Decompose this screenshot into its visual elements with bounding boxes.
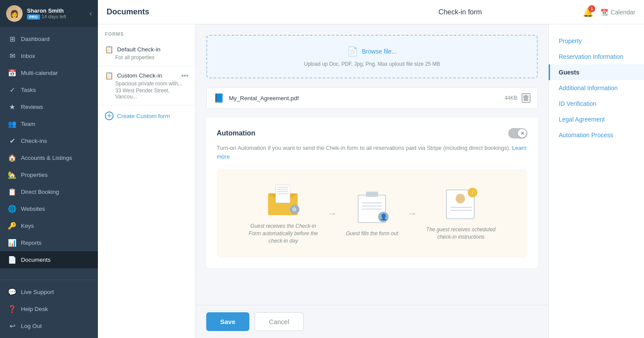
automation-description: Turn-on Automation if you want to send t… (217, 144, 527, 161)
main-area: Documents Check-in form 🔔 1 📆 Calendar F… (98, 0, 644, 338)
sidebar-item-team[interactable]: 👥Team (0, 115, 98, 132)
step3-label: The guest receives scheduled check-in in… (426, 226, 496, 241)
live-support-icon: 💬 (8, 288, 17, 296)
sidebar-item-check-ins[interactable]: ✔Check-ins (0, 132, 98, 149)
inbox-icon: ✉ (8, 52, 17, 60)
sidebar-item-properties[interactable]: 🏡Properties (0, 166, 98, 183)
automation-step-1: ⚙ Guest receives the Check-in Form autom… (248, 183, 318, 244)
right-nav-reservation-information[interactable]: Reservation Information (549, 49, 644, 64)
sidebar-item-websites[interactable]: 🌐Websites (0, 200, 98, 217)
file-name: My_Rental_Agreement.pdf (229, 95, 500, 101)
documents-icon: 📄 (8, 256, 17, 264)
page-title: Documents (107, 7, 338, 17)
step1-label: Guest receives the Check-in Form automat… (248, 223, 318, 244)
notification-bell[interactable]: 🔔 1 (583, 7, 594, 17)
calendar-button[interactable]: 📆 Calendar (600, 9, 635, 16)
calendar-btn-label: Calendar (610, 9, 635, 16)
sidebar: 👩 Sharon Smith PRO14 days left ‹ ⊞Dashbo… (0, 0, 98, 338)
create-plus-icon: + (105, 112, 114, 120)
form-item-default-subtitle: For all properties (115, 54, 188, 61)
automation-title: Automation (217, 129, 255, 137)
form-doc2-icon: 📋 (105, 71, 114, 80)
right-nav-id-verification[interactable]: ID Verification (549, 96, 644, 112)
pdf-icon: 📄 (347, 46, 358, 57)
automation-header: Automation ✕ (217, 128, 527, 139)
sidebar-item-tasks[interactable]: ✓Tasks (0, 81, 98, 98)
step3-person-card-icon: i (446, 188, 476, 219)
gear-icon: ⚙ (290, 205, 299, 214)
automation-step-3: i The guest receives scheduled check-in … (426, 186, 496, 241)
sidebar-nav: ⊞Dashboard ✉Inbox 📅Multi-calendar ✓Tasks… (0, 27, 98, 280)
keys-icon: 🔑 (8, 222, 17, 230)
calendar-icon: 📅 (8, 69, 17, 77)
notification-badge: 1 (588, 5, 595, 12)
form-item-default-checkin[interactable]: 📋 Default Check-in For all properties (98, 40, 195, 66)
create-custom-form-button[interactable]: + Create Custom form (98, 105, 195, 126)
sidebar-item-accounts-listings[interactable]: 🏠Accounts & Listings (0, 149, 98, 166)
sidebar-item-dashboard[interactable]: ⊞Dashboard (0, 30, 98, 47)
header-center-title: Check-in form (345, 8, 576, 16)
sidebar-item-live-support[interactable]: 💬Live Support (0, 284, 98, 301)
form-item-custom-subtitle1: Spacious private room with... (115, 81, 188, 87)
sidebar-item-inbox[interactable]: ✉Inbox (0, 47, 98, 64)
sidebar-item-reviews[interactable]: ★Reviews (0, 98, 98, 115)
form-item-more-button[interactable]: ••• (181, 72, 188, 80)
form-item-custom-checkin[interactable]: 📋 Custom Check-in ••• Spacious private r… (98, 66, 195, 105)
form-item-custom-title: Custom Check-in (117, 72, 178, 79)
cancel-button[interactable]: Cancel (255, 312, 304, 331)
right-nav-additional-information[interactable]: Additional Information (549, 80, 644, 96)
form-item-default-title: Default Check-in (117, 46, 188, 53)
content-main: 📄 Browse file... Upload up Doc, PDF, Jpg… (196, 24, 548, 338)
upload-area: 📄 Browse file... Upload up Doc, PDF, Jpg… (206, 35, 538, 78)
right-nav-guests[interactable]: Guests (549, 64, 644, 80)
right-nav-automation-process[interactable]: Automation Process (549, 127, 644, 143)
forms-section-label: FORMS (98, 24, 195, 40)
team-icon: 👥 (8, 120, 17, 128)
step3-icon-wrapper: i (443, 186, 478, 221)
sidebar-header-left: 👩 Sharon Smith PRO14 days left (6, 5, 66, 22)
file-item: 📘 My_Rental_Agreement.pdf 44KB 🗑 (206, 87, 538, 109)
sidebar-item-multi-calendar[interactable]: 📅Multi-calendar (0, 64, 98, 81)
right-sidebar: Property Reservation Information Guests … (548, 24, 644, 338)
sidebar-item-reports[interactable]: 📊Reports (0, 234, 98, 251)
username: Sharon Smith (27, 7, 66, 14)
upload-hint: Upload up Doc, PDF, Jpg, Png. Max uploud… (304, 61, 440, 67)
tasks-icon: ✓ (8, 86, 17, 94)
log-out-icon: ↩ (8, 322, 17, 330)
automation-section: Automation ✕ Turn-on Automation if you w… (206, 118, 538, 268)
sidebar-item-documents[interactable]: 📄Documents (0, 251, 98, 268)
action-bar: Save Cancel (196, 305, 548, 338)
browse-file-button[interactable]: 📄 Browse file... (347, 46, 396, 57)
direct-booking-icon: 📋 (8, 188, 17, 196)
info-badge-icon: i (468, 188, 477, 197)
step2-icon-wrapper: 👤 (355, 190, 389, 225)
main-scroll: 📄 Browse file... Upload up Doc, PDF, Jpg… (196, 24, 548, 305)
forms-panel: FORMS 📋 Default Check-in For all propert… (98, 24, 196, 338)
save-button[interactable]: Save (206, 312, 249, 331)
file-size: 44KB (505, 95, 517, 101)
collapse-button[interactable]: ‹ (90, 10, 92, 17)
right-nav-legal-agreement[interactable]: Legal Agreement (549, 112, 644, 127)
websites-icon: 🌐 (8, 205, 17, 213)
sidebar-item-help-desk[interactable]: ❓Help Desk (0, 301, 98, 318)
create-custom-label: Create Custom form (117, 113, 170, 119)
step-arrow-2: → (407, 207, 417, 220)
accounts-icon: 🏠 (8, 154, 17, 162)
dashboard-icon: ⊞ (8, 35, 17, 43)
delete-file-button[interactable]: 🗑 (522, 93, 530, 103)
checkins-icon: ✔ (8, 137, 17, 145)
step1-envelope-icon: ⚙ (268, 185, 299, 215)
help-desk-icon: ❓ (8, 305, 17, 313)
automation-toggle[interactable]: ✕ (508, 128, 527, 139)
sidebar-item-log-out[interactable]: ↩Log Out (0, 318, 98, 335)
step-arrow-1: → (327, 207, 337, 220)
sidebar-bottom: 💬Live Support ❓Help Desk ↩Log Out (0, 280, 98, 338)
form-doc-icon: 📋 (105, 45, 114, 54)
sidebar-item-keys[interactable]: 🔑Keys (0, 217, 98, 234)
right-nav-property[interactable]: Property (549, 33, 644, 49)
reviews-icon: ★ (8, 103, 17, 111)
step2-clipboard-icon: 👤 (358, 192, 386, 223)
sidebar-item-direct-booking[interactable]: 📋Direct Booking (0, 183, 98, 200)
user-info: Sharon Smith PRO14 days left (27, 7, 66, 20)
header-right: 🔔 1 📆 Calendar (583, 7, 635, 17)
